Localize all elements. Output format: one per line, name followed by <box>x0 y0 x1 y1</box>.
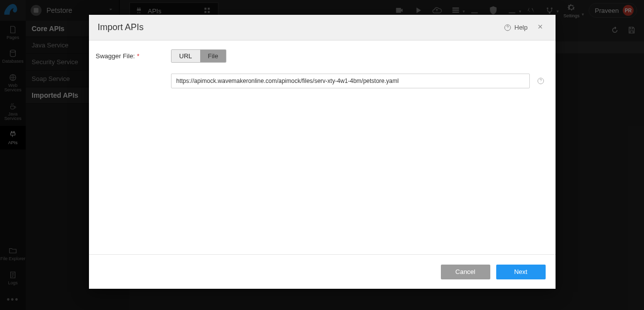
swagger-url-input[interactable] <box>171 74 530 88</box>
source-toggle: URL File <box>171 49 227 63</box>
next-button[interactable]: Next <box>496 265 546 279</box>
dialog-title: Import APIs <box>98 22 498 33</box>
help-circle-icon <box>504 24 512 32</box>
help-label: Help <box>515 24 528 31</box>
dialog-close-button[interactable] <box>534 21 547 34</box>
swagger-file-label-text: Swagger File: <box>96 52 135 60</box>
close-icon <box>537 23 544 30</box>
cancel-button[interactable]: Cancel <box>441 265 490 279</box>
dialog-help-button[interactable]: Help <box>504 24 528 32</box>
required-asterisk: * <box>137 52 139 60</box>
toggle-url-button[interactable]: URL <box>172 50 200 62</box>
dialog-footer: Cancel Next <box>89 254 556 289</box>
dialog-body: Swagger File:* URL File <box>89 40 556 254</box>
toggle-file-button[interactable]: File <box>200 50 226 62</box>
url-field-help-icon[interactable] <box>537 77 545 85</box>
modal-overlay: Import APIs Help Swagger File:* URL <box>0 0 644 310</box>
dialog-header: Import APIs Help <box>89 15 556 40</box>
swagger-file-label: Swagger File:* <box>96 49 171 245</box>
import-apis-dialog: Import APIs Help Swagger File:* URL <box>89 15 556 289</box>
